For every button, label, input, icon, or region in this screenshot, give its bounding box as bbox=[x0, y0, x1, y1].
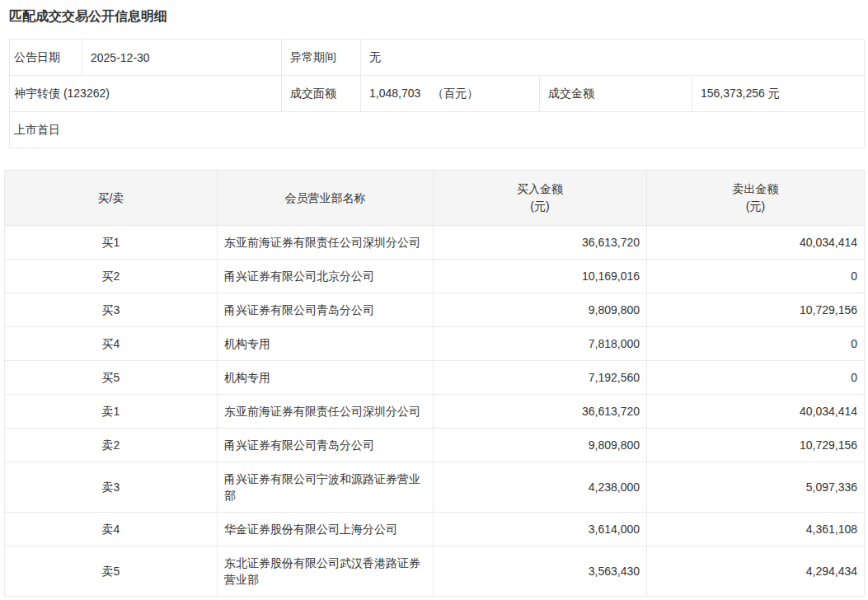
table-row: 买3 甬兴证券有限公司青岛分公司 9,809,800 10,729,156 bbox=[5, 293, 865, 327]
table-row: 买5 机构专用 7,192,560 0 bbox=[5, 361, 865, 395]
col-header-buy-line2: (元) bbox=[434, 198, 645, 215]
table-row: 卖2 甬兴证券有限公司青岛分公司 9,809,800 10,729,156 bbox=[5, 429, 865, 462]
face-value-unit: （百元） bbox=[432, 87, 478, 100]
listing-first-day-note: 上市首日 bbox=[10, 112, 865, 148]
face-value: 1,048,703 bbox=[369, 87, 420, 100]
buy-amount-cell: 9,809,800 bbox=[434, 429, 647, 462]
sell-amount-cell: 10,729,156 bbox=[647, 293, 865, 327]
side-cell: 卖1 bbox=[5, 395, 218, 429]
col-header-member: 会员营业部名称 bbox=[218, 171, 434, 226]
side-cell: 买1 bbox=[5, 226, 218, 260]
face-value-cell: 1,048,703（百元） bbox=[361, 76, 540, 112]
sell-amount-cell: 40,034,414 bbox=[647, 226, 865, 260]
buy-amount-cell: 36,613,720 bbox=[434, 226, 647, 260]
page: 匹配成交交易公开信息明细 公告日期 2025-12-30 异常期间 无 神宇转债… bbox=[0, 7, 868, 597]
sell-amount-cell: 0 bbox=[647, 260, 865, 293]
buy-amount-cell: 3,614,000 bbox=[434, 513, 647, 546]
buy-amount-cell: 4,238,000 bbox=[434, 462, 647, 513]
member-name-cell: 东北证券股份有限公司武汉香港路证券营业部 bbox=[218, 546, 434, 597]
side-cell: 卖3 bbox=[5, 462, 218, 513]
table-row: 卖3 甬兴证券有限公司宁波和源路证券营业部 4,238,000 5,097,33… bbox=[5, 462, 865, 513]
sell-amount-cell: 10,729,156 bbox=[647, 429, 865, 462]
buy-amount-cell: 9,809,800 bbox=[434, 293, 647, 327]
side-cell: 卖4 bbox=[5, 513, 218, 546]
abnormal-period-label: 异常期间 bbox=[282, 40, 361, 76]
table-row: 买1 东亚前海证券有限责任公司深圳分公司 36,613,720 40,034,4… bbox=[5, 226, 865, 260]
member-name-cell: 甬兴证券有限公司宁波和源路证券营业部 bbox=[218, 462, 434, 513]
col-header-sell-line1: 卖出金额 bbox=[648, 180, 863, 198]
member-name-cell: 东亚前海证券有限责任公司深圳分公司 bbox=[218, 226, 434, 260]
table-row: 卖5 东北证券股份有限公司武汉香港路证券营业部 3,563,430 4,294,… bbox=[5, 546, 865, 597]
sell-amount-cell: 5,097,336 bbox=[647, 462, 865, 513]
member-name-cell: 东亚前海证券有限责任公司深圳分公司 bbox=[218, 395, 434, 429]
side-cell: 买4 bbox=[5, 327, 218, 361]
buy-amount-cell: 36,613,720 bbox=[434, 395, 647, 429]
side-cell: 卖2 bbox=[5, 429, 218, 462]
page-title: 匹配成交交易公开信息明细 bbox=[9, 7, 868, 25]
buy-amount-cell: 10,169,016 bbox=[434, 260, 647, 293]
table-body: 买1 东亚前海证券有限责任公司深圳分公司 36,613,720 40,034,4… bbox=[5, 226, 865, 597]
summary-info-table: 公告日期 2025-12-30 异常期间 无 神宇转债 (123262) 成交面… bbox=[9, 39, 865, 148]
side-cell: 卖5 bbox=[5, 546, 218, 597]
sell-amount-cell: 0 bbox=[647, 327, 865, 361]
sell-amount-cell: 40,034,414 bbox=[647, 395, 865, 429]
abnormal-period-value: 无 bbox=[361, 40, 865, 76]
buy-amount-cell: 7,818,000 bbox=[434, 327, 647, 361]
col-header-side: 买/卖 bbox=[5, 171, 218, 226]
side-cell: 买5 bbox=[5, 361, 218, 395]
member-name-cell: 甬兴证券有限公司北京分公司 bbox=[218, 260, 434, 293]
member-name-cell: 机构专用 bbox=[218, 361, 434, 395]
side-cell: 买3 bbox=[5, 293, 218, 327]
col-header-sell-amount: 卖出金额 (元) bbox=[647, 171, 865, 226]
info-row-note: 上市首日 bbox=[10, 112, 865, 148]
table-row: 卖1 东亚前海证券有限责任公司深圳分公司 36,613,720 40,034,4… bbox=[5, 395, 865, 429]
trade-detail-table: 买/卖 会员营业部名称 买入金额 (元) 卖出金额 (元) 买1 东亚前海证券有… bbox=[4, 170, 865, 597]
member-name-cell: 华金证券股份有限公司上海分公司 bbox=[218, 513, 434, 546]
face-value-label: 成交面额 bbox=[282, 76, 361, 112]
sell-amount-cell: 4,294,434 bbox=[647, 546, 865, 597]
buy-amount-cell: 7,192,560 bbox=[434, 361, 647, 395]
announce-date-label: 公告日期 bbox=[10, 40, 82, 76]
sell-amount-cell: 0 bbox=[647, 361, 865, 395]
col-header-sell-line2: (元) bbox=[648, 198, 863, 215]
sell-amount-cell: 4,361,108 bbox=[647, 513, 865, 546]
info-row-security: 神宇转债 (123262) 成交面额 1,048,703（百元） 成交金额 15… bbox=[10, 76, 865, 112]
info-row-announce: 公告日期 2025-12-30 异常期间 无 bbox=[10, 40, 865, 76]
col-header-buy-amount: 买入金额 (元) bbox=[434, 171, 647, 226]
table-row: 买2 甬兴证券有限公司北京分公司 10,169,016 0 bbox=[5, 260, 865, 293]
col-header-buy-line1: 买入金额 bbox=[434, 180, 645, 198]
table-header-row: 买/卖 会员营业部名称 买入金额 (元) 卖出金额 (元) bbox=[5, 171, 865, 226]
turnover-label: 成交金额 bbox=[540, 76, 692, 112]
buy-amount-cell: 3,563,430 bbox=[434, 546, 647, 597]
member-name-cell: 机构专用 bbox=[218, 327, 434, 361]
member-name-cell: 甬兴证券有限公司青岛分公司 bbox=[218, 293, 434, 327]
turnover-value: 156,373,256 元 bbox=[692, 76, 865, 112]
side-cell: 买2 bbox=[5, 260, 218, 293]
table-row: 买4 机构专用 7,818,000 0 bbox=[5, 327, 865, 361]
announce-date-value: 2025-12-30 bbox=[82, 40, 282, 76]
security-name: 神宇转债 (123262) bbox=[10, 76, 282, 112]
table-row: 卖4 华金证券股份有限公司上海分公司 3,614,000 4,361,108 bbox=[5, 513, 865, 546]
member-name-cell: 甬兴证券有限公司青岛分公司 bbox=[218, 429, 434, 462]
